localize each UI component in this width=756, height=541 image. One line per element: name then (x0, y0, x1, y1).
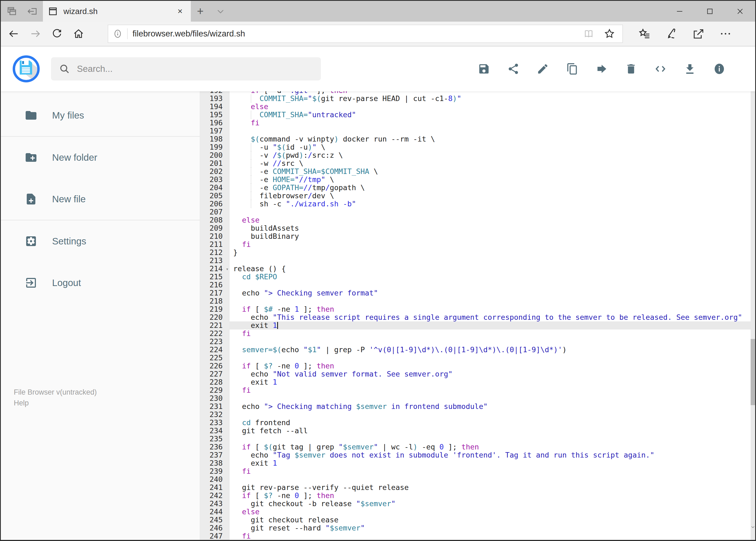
code-text[interactable]: else (229, 508, 751, 516)
code-line[interactable]: 227 echo "Not valid semver format. See s… (200, 370, 751, 378)
code-line[interactable]: 221 exit 1 (200, 321, 751, 329)
refresh-button[interactable] (48, 25, 66, 42)
code-line[interactable]: 217 echo "> Checking semver format" (200, 289, 751, 297)
code-line[interactable]: 209 buildAssets (200, 224, 751, 232)
code-line[interactable]: 195 COMMIT_SHA="untracked" (200, 111, 751, 119)
scroll-down-icon[interactable] (751, 522, 755, 532)
code-line[interactable]: 193 COMMIT_SHA="$(git rev-parse HEAD | c… (200, 95, 751, 103)
code-line[interactable]: 222 fi (200, 329, 751, 337)
forward-button[interactable] (27, 25, 44, 42)
new-tab-button[interactable]: + (191, 1, 210, 22)
code-line[interactable]: 200 -v /$(pwd):/src:z \ (200, 151, 751, 159)
code-text[interactable] (229, 127, 751, 135)
code-line[interactable]: 245 git checkout release (200, 516, 751, 524)
code-text[interactable]: semver=$(echo "$1" | grep -P '^v(0|[1-9]… (229, 346, 751, 354)
code-line[interactable]: 202 -e COMMIT_SHA=$COMMIT_SHA \ (200, 168, 751, 176)
code-text[interactable] (229, 297, 751, 305)
code-line[interactable]: 213 (200, 257, 751, 265)
code-line[interactable]: 207 (200, 208, 751, 216)
code-line[interactable]: 224 semver=$(echo "$1" | grep -P '^v(0|[… (200, 346, 751, 354)
code-text[interactable]: -u "$(id -u)" \ (229, 143, 751, 151)
code-text[interactable] (229, 354, 751, 362)
help-link[interactable]: Help (14, 397, 200, 408)
code-text[interactable]: echo "> Checking semver format" (229, 289, 751, 297)
code-line[interactable]: 201 -w //src \ (200, 159, 751, 168)
tab-preview-button[interactable] (1, 1, 22, 22)
code-line[interactable]: 198 $(command -v winpty) docker run --rm… (200, 135, 751, 143)
code-line[interactable]: 232 (200, 410, 751, 419)
code-line[interactable]: 230 (200, 394, 751, 402)
code-line[interactable]: 208 else (200, 216, 751, 224)
code-line[interactable]: 246 git reset --hard "$semver" (200, 524, 751, 532)
code-text[interactable]: -w //src \ (229, 159, 751, 168)
scrollbar-thumb[interactable] (751, 339, 755, 405)
sidebar-item-my-files[interactable]: My files (1, 101, 200, 130)
code-text[interactable]: COMMIT_SHA="untracked" (229, 111, 751, 119)
code-text[interactable] (229, 281, 751, 289)
code-text[interactable]: git reset --hard "$semver" (229, 524, 751, 532)
code-text[interactable]: cd $REPO (229, 273, 751, 281)
code-line[interactable]: 205 filebrowser/dev \ (200, 192, 751, 200)
code-text[interactable]: sh -c "./wizard.sh -b" (229, 200, 751, 208)
info-button[interactable] (713, 63, 725, 75)
code-text[interactable]: if [ $# -ne 1 ]; then (229, 305, 751, 313)
page-scrollbar[interactable] (751, 46, 755, 540)
code-text[interactable]: if [ $(git tag | grep "$semver" | wc -l)… (229, 443, 751, 451)
code-text[interactable]: fi (229, 386, 751, 394)
code-line[interactable]: 211 fi (200, 241, 751, 249)
code-line[interactable]: 220 echo "This release script requires a… (200, 313, 751, 321)
code-text[interactable]: if [ $? -ne 0 ]; then (229, 362, 751, 370)
delete-button[interactable] (625, 63, 637, 75)
favorites-hub-icon[interactable] (638, 27, 651, 40)
code-line[interactable]: 214▾release () { (200, 265, 751, 273)
code-line[interactable]: 223 (200, 337, 751, 346)
sidebar-item-new-folder[interactable]: New folder (1, 143, 200, 172)
code-text[interactable]: git rev-parse --verify --quiet release (229, 483, 751, 492)
share-icon[interactable] (692, 27, 705, 40)
code-text[interactable]: buildAssets (229, 224, 751, 232)
download-button[interactable] (684, 63, 696, 75)
more-options-icon[interactable] (719, 27, 732, 40)
code-text[interactable]: exit 1 (229, 378, 751, 386)
code-line[interactable]: 206 sh -c "./wizard.sh -b" (200, 200, 751, 208)
code-text[interactable] (229, 410, 751, 419)
code-text[interactable]: COMMIT_SHA="$(git rev-parse HEAD | cut -… (229, 95, 751, 103)
search-input[interactable]: Search... (51, 57, 321, 81)
code-line[interactable]: 218 (200, 297, 751, 305)
code-line[interactable]: 244 else (200, 508, 751, 516)
edit-button[interactable] (537, 63, 549, 75)
code-text[interactable]: git checkout -b release "$semver" (229, 500, 751, 508)
code-text[interactable]: } (229, 249, 751, 257)
code-line[interactable]: 247 fi (200, 532, 751, 540)
code-text[interactable]: fi (229, 532, 751, 540)
code-text[interactable]: release () { (229, 265, 751, 273)
code-text[interactable] (229, 435, 751, 443)
code-line[interactable]: 228 exit 1 (200, 378, 751, 386)
code-line[interactable]: 216 (200, 281, 751, 289)
code-line[interactable]: 204 -e GOPATH=//tmp/gopath \ (200, 184, 751, 192)
home-button[interactable] (70, 25, 87, 42)
code-text[interactable]: exit 1 (229, 321, 751, 329)
code-line[interactable]: 225 (200, 354, 751, 362)
tab-list-button[interactable] (210, 1, 231, 22)
code-text[interactable]: git checkout release (229, 516, 751, 524)
set-tabs-aside-button[interactable] (22, 1, 43, 22)
sidebar-item-logout[interactable]: Logout (1, 268, 200, 297)
code-line[interactable]: 234 git fetch --all (200, 427, 751, 435)
code-text[interactable] (229, 208, 751, 216)
code-text[interactable]: echo "Not valid semver format. See semve… (229, 370, 751, 378)
save-button[interactable] (478, 63, 490, 75)
sidebar-item-new-file[interactable]: New file (1, 184, 200, 214)
fold-arrow-icon[interactable]: ▾ (226, 265, 229, 273)
code-line[interactable]: 226 if [ $? -ne 0 ]; then (200, 362, 751, 370)
code-text[interactable]: fi (229, 241, 751, 249)
code-line[interactable]: 241 git rev-parse --verify --quiet relea… (200, 483, 751, 492)
filebrowser-logo[interactable] (13, 55, 40, 82)
code-line[interactable]: 212} (200, 249, 751, 257)
code-line[interactable]: 240 (200, 475, 751, 483)
code-text[interactable]: else (229, 216, 751, 224)
code-line[interactable]: 235 (200, 435, 751, 443)
code-line[interactable]: 233 cd frontend (200, 419, 751, 427)
code-line[interactable]: 197 (200, 127, 751, 135)
copy-button[interactable] (566, 63, 579, 75)
